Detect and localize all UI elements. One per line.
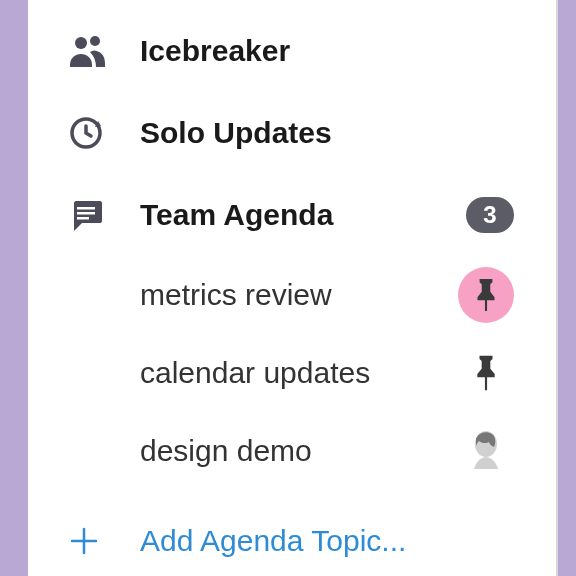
svg-rect-4 (77, 212, 95, 215)
plus-icon (68, 525, 140, 557)
pinned-badge[interactable] (458, 267, 514, 323)
agenda-item[interactable]: calendar updates (28, 334, 556, 412)
section-label: Solo Updates (140, 116, 332, 150)
section-team-agenda[interactable]: Team Agenda 3 (28, 174, 556, 256)
pin-icon[interactable] (458, 355, 514, 391)
add-agenda-topic-button[interactable]: Add Agenda Topic... (28, 500, 556, 576)
comment-icon (68, 197, 140, 233)
refresh-clock-icon (68, 115, 140, 151)
sidebar-panel: Icebreaker Solo Updates Team Agenda 3 me… (28, 0, 558, 576)
pin-icon (473, 279, 499, 311)
svg-point-1 (90, 36, 100, 46)
svg-rect-5 (77, 217, 89, 220)
count-badge: 3 (466, 197, 514, 233)
svg-point-0 (75, 37, 87, 49)
agenda-item[interactable]: metrics review (28, 256, 556, 334)
agenda-item-label: design demo (140, 434, 312, 468)
avatar[interactable] (458, 429, 514, 473)
agenda-item-label: calendar updates (140, 356, 370, 390)
section-label: Team Agenda (140, 198, 333, 232)
agenda-item[interactable]: design demo (28, 412, 556, 490)
section-solo-updates[interactable]: Solo Updates (28, 92, 556, 174)
section-label: Icebreaker (140, 34, 290, 68)
people-icon (68, 34, 140, 68)
section-icebreaker[interactable]: Icebreaker (28, 10, 556, 92)
add-agenda-label: Add Agenda Topic... (140, 524, 406, 558)
svg-rect-3 (77, 207, 95, 210)
agenda-item-label: metrics review (140, 278, 332, 312)
